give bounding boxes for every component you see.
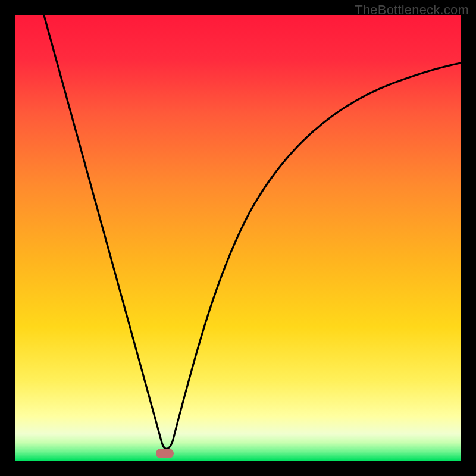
watermark-text: TheBottleneck.com <box>355 2 469 18</box>
chart-frame: TheBottleneck.com <box>0 0 476 476</box>
chart-svg <box>0 0 476 476</box>
valley-marker <box>156 449 174 458</box>
